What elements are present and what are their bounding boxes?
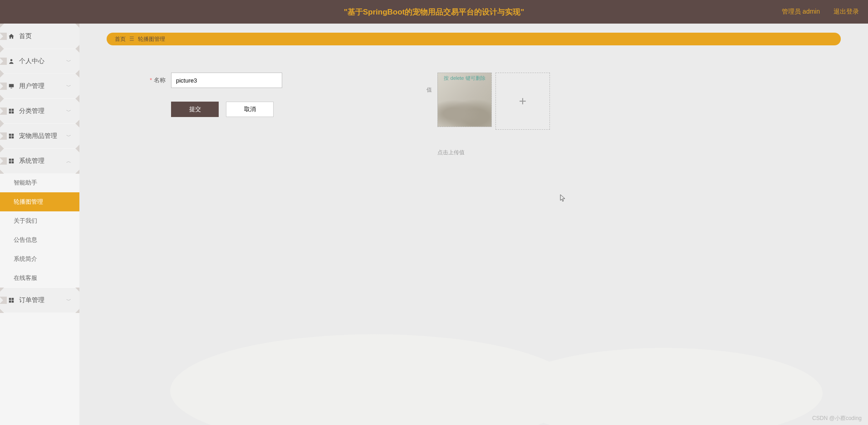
home-icon — [8, 33, 15, 39]
header-right: 管理员 admin 退出登录 — [782, 8, 859, 16]
submenu-service[interactable]: 在线客服 — [0, 269, 79, 288]
user-icon — [8, 58, 15, 64]
chevron-down-icon: ﹀ — [66, 297, 71, 304]
value-label: 值 — [418, 86, 432, 94]
decorative-hills — [79, 334, 868, 425]
sidebar-item-label: 个人中心 — [19, 57, 44, 65]
submenu-label: 关于我们 — [14, 217, 37, 225]
sidebar-item-personal[interactable]: 个人中心 ﹀ — [0, 49, 79, 73]
svg-rect-9 — [9, 137, 11, 139]
submenu-label: 轮播图管理 — [14, 198, 43, 206]
watermark: CSDN @小蔡coding — [812, 415, 862, 422]
svg-rect-3 — [9, 109, 11, 111]
sidebar-item-label: 系统管理 — [19, 157, 44, 165]
sidebar-item-petgoods[interactable]: 宠物用品管理 ﹀ — [0, 124, 79, 148]
svg-rect-8 — [12, 134, 14, 136]
header-bar: "基于SpringBoot的宠物用品交易平台的设计与实现" 管理员 admin … — [0, 0, 868, 24]
submit-button[interactable]: 提交 — [171, 102, 219, 117]
chevron-up-icon: ︿ — [66, 158, 71, 165]
svg-rect-14 — [12, 161, 14, 164]
grid-icon — [8, 108, 15, 114]
breadcrumb-current: 轮播图管理 — [138, 35, 165, 43]
upload-preview-image[interactable]: 按 delete 键可删除 — [437, 73, 492, 127]
svg-rect-17 — [9, 301, 11, 303]
breadcrumb-home[interactable]: 首页 — [115, 35, 126, 43]
grid-icon — [8, 133, 15, 139]
svg-rect-5 — [9, 112, 11, 114]
submenu-label: 在线客服 — [14, 274, 37, 282]
submenu-carousel[interactable]: 轮播图管理 — [0, 192, 79, 211]
sidebar-item-label: 分类管理 — [19, 107, 44, 115]
chevron-down-icon: ﹀ — [66, 108, 71, 115]
submenu-intro[interactable]: 系统简介 — [0, 249, 79, 269]
grid-icon — [8, 158, 15, 164]
svg-rect-1 — [9, 84, 14, 87]
breadcrumb-sep: ☰ — [129, 36, 134, 42]
sidebar-item-label: 首页 — [19, 32, 32, 40]
svg-point-0 — [10, 59, 13, 61]
upload-add-button[interactable]: + — [495, 73, 550, 130]
chevron-down-icon: ﹀ — [66, 58, 71, 65]
logout-link[interactable]: 退出登录 — [834, 8, 859, 16]
svg-rect-10 — [12, 137, 14, 139]
breadcrumb: 首页 ☰ 轮播图管理 — [107, 33, 841, 45]
submenu-label: 智能助手 — [14, 179, 37, 187]
svg-rect-2 — [10, 88, 12, 88]
submenu-notice[interactable]: 公告信息 — [0, 230, 79, 249]
svg-rect-16 — [12, 298, 14, 300]
svg-rect-7 — [9, 134, 11, 136]
svg-rect-13 — [9, 161, 11, 164]
cancel-button[interactable]: 取消 — [226, 102, 274, 117]
submenu-about[interactable]: 关于我们 — [0, 211, 79, 230]
plus-icon: + — [519, 94, 526, 108]
svg-rect-4 — [12, 109, 14, 111]
form-area: *名称 提交 取消 值 按 delete 键可删除 — [107, 59, 841, 170]
svg-rect-15 — [9, 298, 11, 300]
chevron-down-icon: ﹀ — [66, 133, 71, 140]
sidebar-item-label: 订单管理 — [19, 296, 44, 304]
monitor-icon — [8, 83, 15, 89]
sidebar-item-users[interactable]: 用户管理 ﹀ — [0, 74, 79, 98]
admin-label[interactable]: 管理员 admin — [782, 8, 820, 16]
name-label: *名称 — [134, 76, 166, 84]
submenu-label: 系统简介 — [14, 255, 37, 263]
submenu-assistant[interactable]: 智能助手 — [0, 173, 79, 192]
svg-rect-12 — [12, 159, 14, 161]
svg-rect-6 — [12, 112, 14, 114]
grid-icon — [8, 297, 15, 303]
sidebar-item-orders[interactable]: 订单管理 ﹀ — [0, 288, 79, 313]
upload-tip: 点击上传值 — [437, 149, 550, 156]
submenu-label: 公告信息 — [14, 236, 37, 244]
sidebar-item-category[interactable]: 分类管理 ﹀ — [0, 99, 79, 123]
sidebar-item-system[interactable]: 系统管理 ︿ — [0, 149, 79, 173]
chevron-down-icon: ﹀ — [66, 83, 71, 90]
sidebar: 首页 个人中心 ﹀ 用户管理 ﹀ 分类管理 ﹀ 宠物用品管理 ﹀ — [0, 24, 79, 425]
sidebar-item-home[interactable]: 首页 — [0, 24, 79, 49]
main-content: 首页 ☰ 轮播图管理 *名称 提交 取消 值 — [79, 24, 868, 425]
sidebar-item-label: 用户管理 — [19, 82, 44, 90]
app-title: "基于SpringBoot的宠物用品交易平台的设计与实现" — [344, 7, 525, 17]
svg-rect-18 — [12, 301, 14, 303]
cursor-icon — [560, 194, 566, 204]
svg-rect-11 — [9, 159, 11, 161]
name-input[interactable] — [171, 73, 282, 88]
sidebar-item-label: 宠物用品管理 — [19, 132, 57, 140]
upload-delete-hint: 按 delete 键可删除 — [438, 75, 491, 82]
